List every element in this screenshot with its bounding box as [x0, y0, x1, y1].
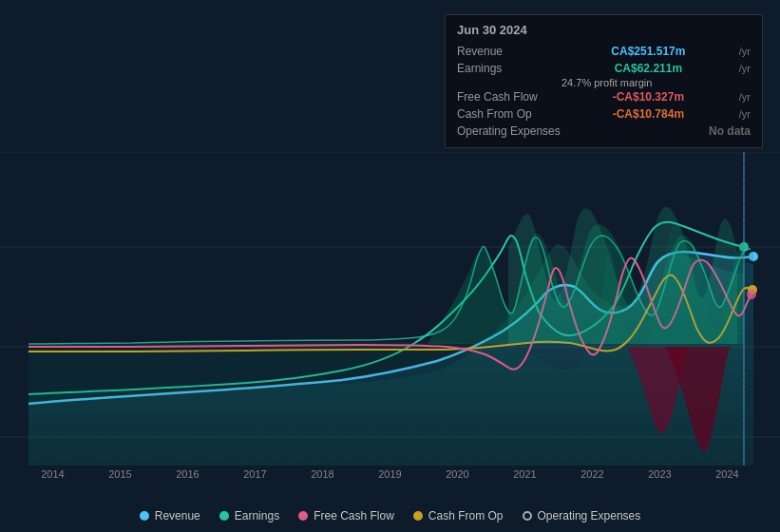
x-label-2023: 2023	[648, 468, 671, 480]
x-label-2018: 2018	[311, 468, 333, 480]
profit-margin: 24.7% profit margin	[457, 77, 751, 88]
svg-point-9	[747, 290, 756, 299]
cashop-unit: /yr	[739, 108, 751, 120]
x-label-2016: 2016	[176, 468, 199, 480]
legend-label-earnings: Earnings	[235, 509, 279, 522]
x-label-2017: 2017	[243, 468, 266, 480]
legend-label-cashop: Cash From Op	[428, 509, 504, 522]
legend-dot-cashop	[413, 511, 423, 521]
chart-legend: Revenue Earnings Free Cash Flow Cash Fro…	[0, 509, 780, 522]
legend-item-revenue[interactable]: Revenue	[140, 509, 200, 522]
tooltip-row-earnings: Earnings CA$62.211m /yr	[457, 60, 751, 77]
revenue-value: CA$251.517m	[611, 45, 685, 58]
fcf-unit: /yr	[739, 91, 751, 103]
x-label-2024: 2024	[715, 468, 738, 480]
legend-label-fcf: Free Cash Flow	[314, 509, 394, 522]
legend-item-fcf[interactable]: Free Cash Flow	[298, 509, 394, 522]
tooltip-row-fcf: Free Cash Flow -CA$10.327m /yr	[457, 88, 751, 105]
legend-dot-revenue	[140, 511, 149, 521]
legend-dot-opex	[523, 511, 532, 521]
chart-svg	[0, 152, 780, 466]
tooltip-row-cashop: Cash From Op -CA$10.784m /yr	[457, 105, 751, 123]
chart-container: Jun 30 2024 Revenue CA$251.517m /yr Earn…	[0, 0, 780, 532]
x-label-2021: 2021	[513, 468, 536, 480]
x-label-2020: 2020	[446, 468, 468, 480]
legend-item-cashop[interactable]: Cash From Op	[413, 509, 504, 522]
cashop-value: -CA$10.784m	[613, 107, 684, 121]
earnings-value: CA$62.211m	[615, 62, 682, 75]
opex-label: Operating Expenses	[457, 124, 561, 138]
tooltip-row-opex: Operating Expenses No data	[457, 123, 751, 140]
cashop-label: Cash From Op	[457, 107, 561, 121]
x-label-2015: 2015	[108, 468, 131, 480]
x-axis: 2014 2015 2016 2017 2018 2019 2020 2021 …	[0, 468, 780, 480]
tooltip-date: Jun 30 2024	[457, 23, 751, 37]
fcf-value: -CA$10.327m	[613, 90, 684, 104]
x-label-2019: 2019	[378, 468, 401, 480]
legend-item-opex[interactable]: Operating Expenses	[523, 509, 641, 522]
legend-dot-earnings	[219, 511, 229, 521]
earnings-label: Earnings	[457, 62, 561, 75]
legend-label-opex: Operating Expenses	[538, 509, 641, 522]
legend-dot-fcf	[298, 511, 308, 521]
tooltip-row-revenue: Revenue CA$251.517m /yr	[457, 43, 751, 60]
revenue-unit: /yr	[739, 46, 751, 57]
fcf-label: Free Cash Flow	[457, 90, 561, 104]
opex-value: No data	[709, 124, 751, 138]
x-label-2014: 2014	[41, 468, 64, 480]
x-label-2022: 2022	[580, 468, 603, 480]
revenue-label: Revenue	[457, 45, 561, 58]
tooltip-box: Jun 30 2024 Revenue CA$251.517m /yr Earn…	[445, 14, 763, 148]
legend-label-revenue: Revenue	[155, 509, 200, 522]
legend-item-earnings[interactable]: Earnings	[219, 509, 279, 522]
earnings-unit: /yr	[739, 63, 751, 74]
